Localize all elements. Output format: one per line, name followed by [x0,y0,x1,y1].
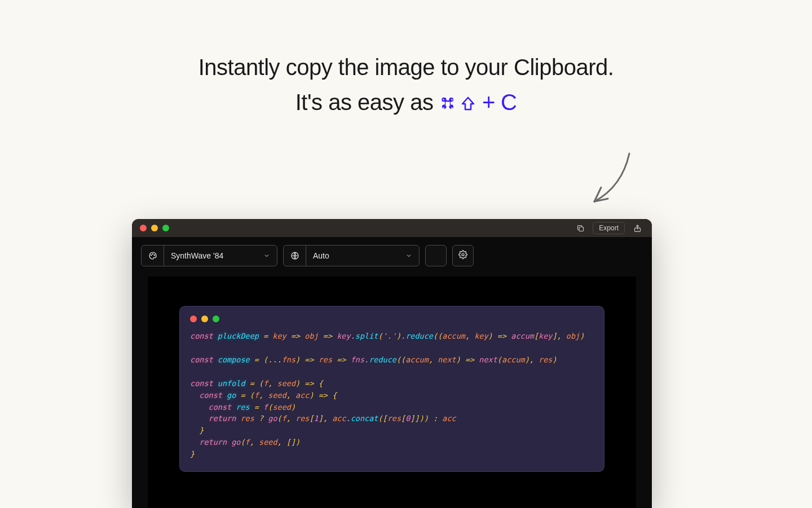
canvas-area: const pluckDeep = key => obj => key.spli… [148,277,636,508]
svg-point-6 [462,253,464,256]
svg-point-3 [152,253,153,254]
svg-point-4 [154,255,155,255]
decorative-arrow [577,148,645,218]
keyboard-shortcut: + C [439,85,517,120]
background-color-picker[interactable] [425,245,447,266]
globe-icon [284,246,306,266]
language-selector[interactable]: Auto [283,245,420,266]
command-key-icon [439,85,456,120]
svg-rect-0 [579,227,584,231]
window-traffic-lights [140,225,169,231]
share-icon[interactable] [630,222,644,234]
window-zoom-button[interactable] [162,225,169,231]
app-window: Export SynthWave '84 [132,219,652,508]
card-dot-red [190,316,197,322]
svg-point-2 [151,255,151,255]
window-titlebar: Export [132,219,652,237]
shortcut-key-c: C [501,85,517,120]
gear-icon [458,250,467,261]
card-traffic-lights [190,316,594,322]
code-card: const pluckDeep = key => obj => key.spli… [179,306,604,472]
shortcut-plus: + [482,85,495,120]
card-dot-green [213,316,219,322]
headline-line2-prefix: It's as easy as [295,90,439,115]
window-minimize-button[interactable] [151,225,158,231]
settings-button[interactable] [452,245,474,266]
palette-icon [142,246,164,266]
export-button[interactable]: Export [593,222,625,234]
theme-selector[interactable]: SynthWave '84 [141,245,277,266]
window-close-button[interactable] [140,225,147,231]
chevron-down-icon [263,252,270,259]
language-selected-label: Auto [313,251,329,260]
shift-key-icon [460,85,476,120]
card-dot-yellow [201,316,208,322]
theme-selected-label: SynthWave '84 [171,251,223,260]
code-content[interactable]: const pluckDeep = key => obj => key.spli… [190,330,594,460]
chevron-down-icon [405,252,412,259]
toolbar: SynthWave '84 Auto [132,237,652,266]
copy-icon[interactable] [573,222,587,234]
headline-line1: Instantly copy the image to your Clipboa… [198,55,614,80]
page-headline: Instantly copy the image to your Clipboa… [0,0,812,120]
